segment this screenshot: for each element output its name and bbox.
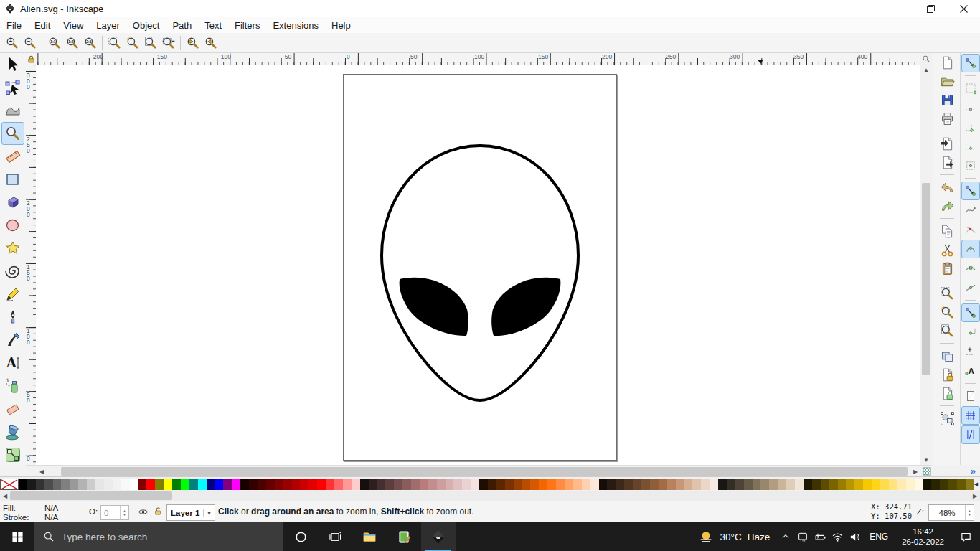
gradient-tool[interactable] [1,443,24,466]
color-swatch[interactable] [369,479,377,490]
color-swatch[interactable] [701,479,710,490]
color-swatch[interactable] [19,479,27,490]
color-swatch[interactable] [61,479,70,490]
color-swatch[interactable] [863,479,872,490]
color-swatch[interactable] [539,479,547,490]
color-swatch[interactable] [446,479,454,490]
tray-chevron-up-icon[interactable] [777,532,794,542]
scroll-up-arrow[interactable]: ▲ [920,65,932,75]
color-swatch[interactable] [710,479,718,490]
color-swatch[interactable] [821,479,829,490]
color-swatch[interactable] [940,479,948,490]
layer-visibility-icon[interactable] [138,507,149,517]
color-swatch[interactable] [684,479,692,490]
color-swatch[interactable] [505,479,514,490]
zoom-tool[interactable] [1,122,24,145]
color-swatch[interactable] [36,479,44,490]
menu-view[interactable]: View [57,19,90,32]
color-swatch[interactable] [249,479,258,490]
node-tool[interactable] [1,76,24,99]
color-swatch[interactable] [735,479,744,490]
layer-selector[interactable]: Layer 1 ▾ [166,504,215,521]
color-swatch[interactable] [420,479,428,490]
redo-button[interactable] [937,197,957,215]
taskbar-clock[interactable]: 16:42 26-02-2022 [895,527,951,547]
zoom-in-button[interactable]: + [3,34,21,52]
color-swatch[interactable] [479,479,488,490]
menu-extensions[interactable]: Extensions [266,19,325,32]
color-swatch[interactable] [966,479,974,490]
color-swatch[interactable] [641,479,650,490]
color-swatch[interactable] [215,479,223,490]
color-swatch[interactable] [565,479,573,490]
color-swatch[interactable] [232,479,240,490]
menu-help[interactable]: Help [325,19,357,32]
opacity-spin-arrows[interactable]: ▲▼ [120,506,128,519]
color-swatch[interactable] [181,479,189,490]
close-button[interactable] [947,0,980,17]
vertical-scroll-thumb[interactable] [922,183,930,375]
color-swatch[interactable] [437,479,446,490]
color-swatch[interactable] [514,479,522,490]
color-swatch[interactable] [462,479,471,490]
snap-others-toggle[interactable] [961,303,980,322]
zoom-selection-button[interactable] [937,284,957,303]
color-swatch[interactable] [27,479,36,490]
color-swatch[interactable] [547,479,556,490]
taskbar-search-box[interactable]: Type here to search [34,522,283,551]
color-swatch[interactable] [104,479,113,490]
color-swatch[interactable] [130,479,138,490]
snap-bbox-midpoints-toggle[interactable] [961,137,980,156]
color-swatch[interactable] [838,479,847,490]
zoom-next-button[interactable] [202,34,220,52]
canvas-viewport[interactable] [36,65,920,465]
color-swatch[interactable] [897,479,906,490]
layer-lock-icon[interactable] [153,506,163,517]
color-swatch[interactable] [317,479,326,490]
color-swatch[interactable] [377,479,385,490]
text-tool[interactable]: A [1,352,24,375]
color-swatch[interactable] [889,479,897,490]
color-management-icon[interactable] [923,467,931,476]
horizontal-scrollbar[interactable]: ◀ ▶ [26,465,931,477]
zoom-2-1-button[interactable]: 2:1 [81,34,99,52]
save-button[interactable] [937,90,957,109]
zoom-page-width-button[interactable] [159,34,177,52]
color-swatch[interactable] [343,479,352,490]
color-swatch[interactable] [769,479,778,490]
color-swatch[interactable] [744,479,753,490]
scroll-down-arrow[interactable]: ▼ [920,455,932,465]
color-swatch[interactable] [786,479,795,490]
color-swatch[interactable] [240,479,249,490]
bucket-fill-tool[interactable] [1,420,24,443]
horizontal-ruler[interactable]: -200-150-100-50050100150200250300350400 [36,53,920,65]
spiral-tool[interactable] [1,260,24,283]
taskbar-file-explorer-button[interactable] [352,522,387,551]
taskbar-weather-widget[interactable]: 30°C Haze [691,529,777,545]
calligraphy-tool[interactable] [1,329,24,352]
opacity-spinbox[interactable]: 0 ▲▼ [100,505,129,520]
color-swatch[interactable] [692,479,701,490]
color-swatch[interactable] [352,479,360,490]
color-swatch[interactable] [616,479,624,490]
color-swatch[interactable] [906,479,915,490]
snapbar-more-button[interactable]: » [971,466,976,476]
zoom-1-1-button[interactable]: 1:1 [45,34,63,52]
color-swatch[interactable] [957,479,966,490]
snap-grid-toggle[interactable] [961,406,980,425]
color-swatch[interactable] [948,479,957,490]
tray-volume-icon[interactable] [846,531,863,543]
group-button[interactable] [937,409,957,428]
unlink-clone-button[interactable] [937,384,957,402]
zoom-selection-button[interactable] [105,34,123,52]
color-swatch[interactable] [846,479,854,490]
pen-tool[interactable] [1,306,24,329]
pencil-tool[interactable] [1,283,24,306]
color-swatch[interactable] [718,479,727,490]
quick-zoom-icon[interactable] [920,53,932,65]
menu-object[interactable]: Object [126,19,166,32]
menu-edit[interactable]: Edit [28,19,57,32]
color-swatch[interactable] [266,479,275,490]
color-swatch[interactable] [659,479,667,490]
zoom-spinbox[interactable]: 48% ▲▼ [928,504,974,521]
